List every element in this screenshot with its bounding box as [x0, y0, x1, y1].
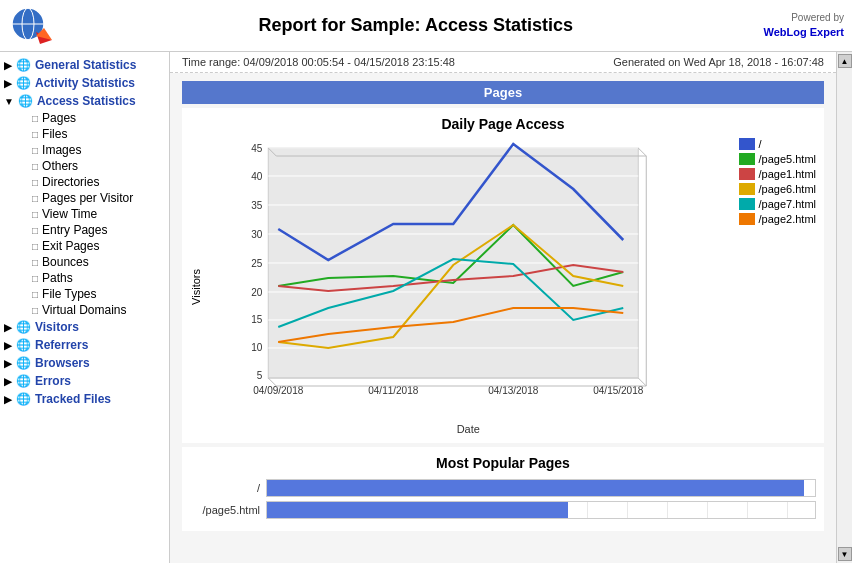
- sidebar-item-pages[interactable]: □Pages: [28, 110, 169, 126]
- page-icon-ppv: □: [32, 193, 38, 204]
- tracked-icon: 🌐: [16, 392, 31, 406]
- legend-label-root: /: [759, 138, 762, 150]
- sidebar-item-others[interactable]: □Others: [28, 158, 169, 174]
- time-range: Time range: 04/09/2018 00:05:54 - 04/15/…: [182, 56, 455, 68]
- legend-item-page6: /page6.html: [739, 183, 816, 195]
- pages-tab[interactable]: Pages: [182, 81, 824, 104]
- content-area: Time range: 04/09/2018 00:05:54 - 04/15/…: [170, 52, 836, 563]
- sidebar-label-activity: Activity Statistics: [35, 76, 135, 90]
- header: Report for Sample: Access Statistics Pow…: [0, 0, 852, 52]
- page-icon-others: □: [32, 161, 38, 172]
- page-icon-vd: □: [32, 305, 38, 316]
- legend-color-root: [739, 138, 755, 150]
- page-icon-dirs: □: [32, 177, 38, 188]
- browsers-icon: 🌐: [16, 356, 31, 370]
- svg-line-32: [638, 148, 646, 156]
- bar-chart-section: Most Popular Pages / /page5.html: [182, 447, 824, 531]
- sidebar-item-pages-per-visitor[interactable]: □Pages per Visitor: [28, 190, 169, 206]
- sidebar-item-view-time[interactable]: □View Time: [28, 206, 169, 222]
- referrers-icon: 🌐: [16, 338, 31, 352]
- sidebar-item-activity-statistics[interactable]: ▶ 🌐 Activity Statistics: [0, 74, 169, 92]
- page-icon-images: □: [32, 145, 38, 156]
- sidebar-item-images[interactable]: □Images: [28, 142, 169, 158]
- sidebar-item-access-statistics[interactable]: ▼ 🌐 Access Statistics: [0, 92, 169, 110]
- bar-label-root: /: [190, 482, 260, 494]
- sidebar-label-access: Access Statistics: [37, 94, 136, 108]
- x-axis-label: Date: [206, 423, 731, 435]
- line-chart-section: Daily Page Access Visitors: [182, 108, 824, 443]
- page-icon-ft: □: [32, 289, 38, 300]
- main-layout: ▶ 🌐 General Statistics ▶ 🌐 Activity Stat…: [0, 52, 852, 563]
- page-icon-bounces: □: [32, 257, 38, 268]
- globe-icon: 🌐: [16, 58, 31, 72]
- svg-text:5: 5: [257, 370, 263, 381]
- sidebar-item-virtual-domains[interactable]: □Virtual Domains: [28, 302, 169, 318]
- scroll-up-btn[interactable]: ▲: [838, 54, 852, 68]
- svg-text:20: 20: [251, 287, 263, 298]
- svg-text:04/11/2018: 04/11/2018: [368, 385, 418, 396]
- svg-text:25: 25: [251, 258, 263, 269]
- chart-area: 45 40 35 30 25 20 15 10 5 04/09/2018 04/…: [206, 138, 731, 435]
- svg-text:45: 45: [251, 143, 263, 154]
- generated-date: Generated on Wed Apr 18, 2018 - 16:07:48: [613, 56, 824, 68]
- sidebar-item-files[interactable]: □Files: [28, 126, 169, 142]
- sidebar-label-errors: Errors: [35, 374, 71, 388]
- time-bar: Time range: 04/09/2018 00:05:54 - 04/15/…: [170, 52, 836, 73]
- expand-icon-tracked: ▶: [4, 394, 12, 405]
- svg-text:15: 15: [251, 314, 263, 325]
- legend-label-page6: /page6.html: [759, 183, 816, 195]
- bar-fill-page5: [267, 502, 568, 518]
- scrollbar[interactable]: ▲ ▼: [836, 52, 852, 563]
- page-icon-paths: □: [32, 273, 38, 284]
- bar-track-page5: [266, 501, 816, 519]
- sidebar-item-errors[interactable]: ▶ 🌐 Errors: [0, 372, 169, 390]
- activity-icon: 🌐: [16, 76, 31, 90]
- sidebar-item-visitors[interactable]: ▶ 🌐 Visitors: [0, 318, 169, 336]
- expand-icon-referrers: ▶: [4, 340, 12, 351]
- sidebar-label-tracked: Tracked Files: [35, 392, 111, 406]
- sidebar-item-directories[interactable]: □Directories: [28, 174, 169, 190]
- sidebar-item-exit-pages[interactable]: □Exit Pages: [28, 238, 169, 254]
- chart-container: Visitors: [190, 138, 816, 435]
- sidebar-item-entry-pages[interactable]: □Entry Pages: [28, 222, 169, 238]
- page-icon-vt: □: [32, 209, 38, 220]
- errors-icon: 🌐: [16, 374, 31, 388]
- page-title: Report for Sample: Access Statistics: [68, 15, 764, 36]
- sidebar-label-browsers: Browsers: [35, 356, 90, 370]
- bar-row-root: /: [190, 479, 816, 497]
- line-chart-svg: 45 40 35 30 25 20 15 10 5 04/09/2018 04/…: [206, 138, 731, 418]
- svg-text:04/09/2018: 04/09/2018: [253, 385, 303, 396]
- legend-color-page5: [739, 153, 755, 165]
- legend-label-page1: /page1.html: [759, 168, 816, 180]
- page-icon-files: □: [32, 129, 38, 140]
- sidebar-item-referrers[interactable]: ▶ 🌐 Referrers: [0, 336, 169, 354]
- expand-icon: ▶: [4, 60, 12, 71]
- page-icon-ep: □: [32, 225, 38, 236]
- expand-icon-visitors: ▶: [4, 322, 12, 333]
- sidebar-item-file-types[interactable]: □File Types: [28, 286, 169, 302]
- legend-label-page7: /page7.html: [759, 198, 816, 210]
- legend-item-page2: /page2.html: [739, 213, 816, 225]
- expand-icon-browsers: ▶: [4, 358, 12, 369]
- bar-label-page5: /page5.html: [190, 504, 260, 516]
- brand-link[interactable]: WebLog Expert: [764, 26, 844, 38]
- svg-text:40: 40: [251, 171, 263, 182]
- scroll-down-btn[interactable]: ▼: [838, 547, 852, 561]
- svg-text:04/15/2018: 04/15/2018: [593, 385, 643, 396]
- bar-fill-root: [267, 480, 804, 496]
- sidebar-item-browsers[interactable]: ▶ 🌐 Browsers: [0, 354, 169, 372]
- chart-title: Daily Page Access: [190, 116, 816, 132]
- sidebar-item-general-statistics[interactable]: ▶ 🌐 General Statistics: [0, 56, 169, 74]
- bar-chart-title: Most Popular Pages: [190, 455, 816, 471]
- legend-color-page6: [739, 183, 755, 195]
- sidebar-item-tracked-files[interactable]: ▶ 🌐 Tracked Files: [0, 390, 169, 408]
- legend-item-root: /: [739, 138, 816, 150]
- expand-icon-access: ▼: [4, 96, 14, 107]
- svg-text:30: 30: [251, 229, 263, 240]
- powered-by: Powered by WebLog Expert: [764, 11, 844, 40]
- access-sub-menu: □Pages □Files □Images □Others □Directori…: [0, 110, 169, 318]
- sidebar-item-bounces[interactable]: □Bounces: [28, 254, 169, 270]
- sidebar-item-paths[interactable]: □Paths: [28, 270, 169, 286]
- visitors-icon: 🌐: [16, 320, 31, 334]
- legend-item-page5: /page5.html: [739, 153, 816, 165]
